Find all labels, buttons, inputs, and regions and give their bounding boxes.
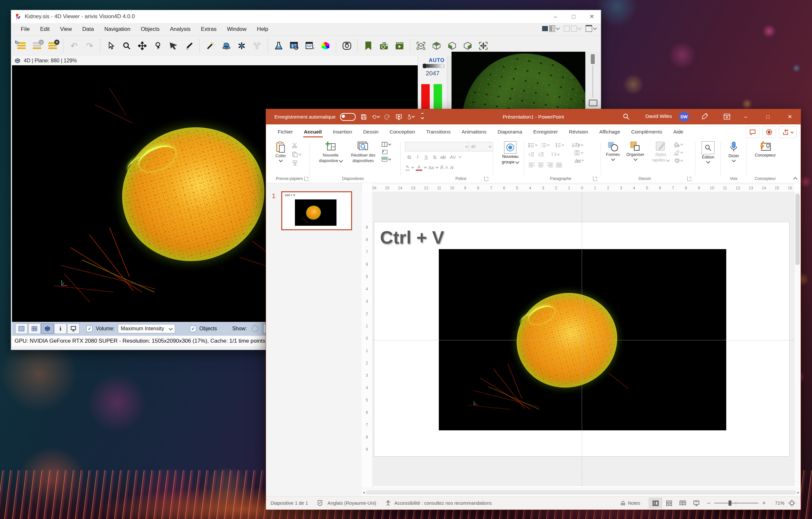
collapse-ribbon-button[interactable] (794, 177, 797, 181)
import-dataset-button[interactable]: ↻ (14, 38, 29, 54)
quick-styles-button[interactable]: Styles rapides (650, 141, 671, 163)
movie-export-button[interactable] (393, 38, 407, 54)
auto-range-button[interactable]: AUTO (429, 57, 445, 63)
ribbon-tab[interactable]: Accueil (298, 125, 327, 139)
align-right-button[interactable] (547, 163, 553, 167)
save-dataset-button[interactable]: ▪ (30, 38, 44, 54)
ppt-minimize-button[interactable]: – (737, 109, 755, 124)
volume-mode-select[interactable]: Maximum Intensity (118, 324, 175, 333)
change-case-button[interactable]: Aa (428, 165, 434, 170)
arivis-menu-item[interactable]: Window (222, 24, 252, 34)
arrange-button[interactable]: Organiser (624, 141, 647, 161)
arivis-menu-item[interactable]: Edit (35, 24, 55, 34)
ribbon-tab[interactable]: Insertion (327, 125, 357, 139)
align-text-vertical-button[interactable] (575, 150, 584, 155)
record-button[interactable] (762, 126, 776, 138)
normal-view-button[interactable] (649, 497, 662, 509)
clipboard-dialog-launcher[interactable] (304, 176, 309, 181)
slideshow-view-button[interactable] (690, 497, 703, 509)
autosave-toggle[interactable] (340, 113, 356, 121)
slide-canvas[interactable]: Ctrl + V (372, 192, 794, 486)
character-spacing-button[interactable]: AV (448, 154, 458, 160)
slide-counter[interactable]: Diapositive 1 de 1 (270, 500, 308, 506)
scroll-left-arrow[interactable]: ◂ (363, 490, 365, 495)
font-dialog-launcher[interactable] (484, 176, 489, 181)
analysis-flask-button[interactable] (271, 38, 286, 54)
user-avatar[interactable]: DW (679, 111, 689, 122)
reuse-slides-button[interactable]: Réutiliser des diapositives (346, 141, 380, 163)
ribbon-tab[interactable]: Aide (668, 125, 689, 139)
shrink-font-button[interactable]: A (446, 165, 448, 170)
align-left-button[interactable] (528, 163, 534, 167)
notes-button[interactable]: Notes (628, 500, 640, 506)
strikethrough-button[interactable]: ab (439, 154, 446, 160)
font-name-select[interactable] (405, 142, 469, 151)
arivis-menu-item[interactable]: Extras (196, 24, 222, 34)
bookmark-button[interactable] (361, 38, 375, 54)
arivis-menu-item[interactable]: Navigation (99, 24, 136, 34)
world-rotate-button[interactable] (219, 38, 233, 54)
arivis-menu-item[interactable]: File (16, 24, 35, 34)
arivis-menu-item[interactable]: Objects (136, 24, 165, 34)
close-dataset-button[interactable]: ✕ (46, 38, 60, 54)
pointer-tool-button[interactable] (104, 38, 118, 54)
grow-font-button[interactable]: A (440, 165, 444, 171)
color-mixer-button[interactable] (318, 38, 332, 54)
font-size-select[interactable]: 40 (469, 142, 493, 151)
ribbon-tab[interactable]: Animations (456, 125, 492, 139)
arivis-maximize-button[interactable]: □ (564, 10, 583, 23)
zoom-slider-knob[interactable] (728, 500, 731, 506)
search-button[interactable] (622, 113, 630, 120)
canvas-horizontal-scrollbar[interactable]: ◂ ▸ (361, 488, 801, 497)
language-status[interactable]: Anglais (Royaume-Uni) (327, 500, 376, 506)
redo-button[interactable] (384, 113, 391, 120)
touch-mode-button[interactable] (407, 113, 414, 120)
plane-slider-pin[interactable] (589, 100, 597, 106)
scroll-right-arrow[interactable]: ▸ (798, 490, 799, 495)
volume-checkbox[interactable]: ✓ (86, 326, 93, 332)
ribbon-tab[interactable]: Diaporama (492, 125, 528, 139)
show-bounding-sphere-button[interactable] (250, 324, 260, 333)
zoom-percentage[interactable]: 71% (770, 500, 784, 506)
copy-button[interactable] (292, 151, 301, 157)
accessibility-icon[interactable] (383, 498, 393, 508)
transform-splat-button[interactable] (234, 38, 249, 54)
cut-button[interactable] (292, 143, 301, 148)
comments-button[interactable] (746, 126, 759, 138)
slide-title-text[interactable]: Ctrl + V (380, 227, 444, 248)
coming-soon-button[interactable] (701, 113, 708, 120)
italic-button[interactable]: I (414, 154, 421, 160)
shape-effects-button[interactable] (674, 158, 683, 163)
paste-button[interactable]: Coller (271, 141, 290, 162)
drawing-dialog-launcher[interactable] (687, 176, 692, 181)
text-direction-button[interactable]: A (575, 143, 584, 147)
ribbon-tab[interactable]: Dessin (357, 125, 384, 139)
ribbon-tab[interactable]: Révision (563, 125, 593, 139)
view-cube-y-button[interactable] (445, 38, 459, 54)
font-color-button[interactable]: A (416, 164, 422, 171)
slide-sorter-view-button[interactable] (662, 497, 676, 509)
ribbon-tab[interactable]: Conception (384, 125, 420, 139)
snapshot-camera-button[interactable] (340, 38, 354, 54)
layout-grid-button[interactable] (564, 26, 581, 31)
green-channel-bar[interactable] (434, 84, 442, 110)
bullets-button[interactable] (528, 143, 537, 147)
arivis-menu-item[interactable]: Data (77, 24, 99, 34)
start-slideshow-button[interactable] (395, 113, 402, 120)
secondary-viewport[interactable] (452, 52, 586, 110)
shape-fill-button[interactable] (674, 142, 683, 147)
align-center-button[interactable] (538, 163, 544, 167)
text-shadow-button[interactable]: S (431, 154, 438, 160)
convert-smartart-button[interactable] (575, 158, 584, 163)
objects-checkbox[interactable]: ✓ (190, 326, 196, 332)
line-spacing-button[interactable] (555, 143, 564, 147)
ribbon-tab[interactable]: Affichage (594, 125, 626, 139)
shapes-button[interactable]: Formes (605, 141, 621, 161)
ppt-close-button[interactable]: ✕ (781, 109, 799, 124)
accessibility-status[interactable]: Accessibilité : consultez nos recommanda… (394, 500, 492, 506)
zoom-slider[interactable] (714, 503, 758, 503)
grid-view-button[interactable] (28, 323, 40, 334)
objects-table-button[interactable] (287, 38, 301, 54)
select-tool-button[interactable] (166, 38, 181, 54)
fit-to-view-button[interactable] (476, 38, 490, 54)
